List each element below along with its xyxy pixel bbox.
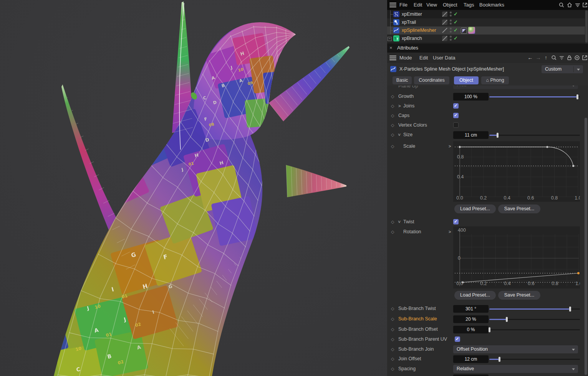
menu-tags[interactable]: Tags xyxy=(464,2,474,8)
keyframe-diamond-icon[interactable]: ◇ xyxy=(391,144,394,149)
layer-toggle[interactable] xyxy=(442,20,447,25)
spacing-dropdown[interactable]: Relative xyxy=(453,365,578,373)
layer-toggle[interactable] xyxy=(442,36,447,41)
back-arrow-icon[interactable]: ← xyxy=(527,54,533,61)
filter-icon[interactable] xyxy=(575,2,581,8)
menu-bookmarks[interactable]: Bookmarks xyxy=(479,2,504,8)
tab-phong[interactable]: ⌂ Phong xyxy=(481,76,509,84)
visibility-dots[interactable] xyxy=(450,12,452,17)
hamburger-menu-icon[interactable] xyxy=(389,3,396,7)
attributes-scrollbar[interactable] xyxy=(584,117,588,376)
popout-icon[interactable] xyxy=(581,54,588,61)
expand-collapse-icon[interactable]: − xyxy=(388,37,392,41)
tab-basic[interactable]: Basic xyxy=(393,76,412,84)
layer-toggle[interactable] xyxy=(442,12,447,17)
growth-value[interactable]: 100 % xyxy=(453,93,489,101)
visibility-dots[interactable] xyxy=(450,36,452,41)
enabled-check-icon[interactable]: ✓ xyxy=(454,19,458,25)
expand-chevron-icon[interactable]: > xyxy=(398,104,401,108)
sub-branch-twist-value[interactable]: 301 ° xyxy=(453,305,489,313)
keyframe-diamond-icon[interactable]: ◇ xyxy=(391,219,394,224)
keyframe-diamond-icon[interactable]: ◇ xyxy=(391,94,394,99)
menu-object[interactable]: Object xyxy=(443,2,457,8)
save-preset-button[interactable]: Save Preset... xyxy=(498,291,540,300)
keyframe-diamond-icon[interactable]: ◇ xyxy=(391,317,394,322)
collapse-chevron-icon[interactable]: > xyxy=(397,134,402,136)
menu-user-data[interactable]: User Data xyxy=(433,55,455,61)
join-offset-value[interactable]: 12 cm xyxy=(453,355,489,363)
filter-icon[interactable] xyxy=(558,54,565,61)
growth-slider[interactable] xyxy=(489,94,580,99)
vertex-colors-checkbox[interactable] xyxy=(453,122,459,128)
keyframe-diamond-icon[interactable]: ◇ xyxy=(391,366,394,371)
collapse-chevron-icon[interactable]: > xyxy=(397,221,402,223)
menu-mode[interactable]: Mode xyxy=(399,55,412,61)
layer-toggle[interactable] xyxy=(442,28,447,33)
size-slider[interactable] xyxy=(489,132,580,138)
keyframe-diamond-icon[interactable]: ◇ xyxy=(391,113,394,118)
param-vertex-colors: ◇ Vertex Colors xyxy=(387,121,588,130)
keyframe-diamond-icon[interactable]: ◇ xyxy=(391,337,394,342)
expand-chevron-icon[interactable]: > xyxy=(449,229,451,234)
sub-branch-scale-slider[interactable] xyxy=(489,317,580,322)
keyframe-diamond-icon[interactable]: ◇ xyxy=(391,229,394,234)
tab-object[interactable]: Object xyxy=(454,76,479,84)
scale-curve-graph[interactable]: 0.80.40.00.20.40.60.81.0 xyxy=(453,141,580,202)
object-row-xpsplinemesher[interactable]: xpSplineMesher ✓ xyxy=(387,26,585,35)
object-row-xpbranch[interactable]: − xpBranch ✓ xyxy=(387,35,585,43)
material-tag-icon[interactable] xyxy=(468,27,475,34)
tab-coordinates[interactable]: Coordinates xyxy=(414,76,449,84)
object-row-xpemitter[interactable]: xpEmitter ✓ xyxy=(387,10,585,18)
search-icon[interactable] xyxy=(551,54,557,61)
object-row-xptrail[interactable]: xpTrail ✓ xyxy=(387,18,585,26)
target-icon[interactable] xyxy=(574,54,580,61)
rotation-curve-graph[interactable]: 40000.00.20.40.60.81.0 xyxy=(453,226,580,289)
keyframe-diamond-icon[interactable]: ◇ xyxy=(391,327,394,332)
param-plane-up[interactable]: Plane Up Free xyxy=(387,86,588,91)
save-preset-button[interactable]: Save Preset... xyxy=(498,204,540,213)
sub-branch-join-dropdown[interactable]: Offset Position xyxy=(453,345,578,353)
load-preset-button[interactable]: Load Preset... xyxy=(454,204,496,213)
size-value[interactable]: 11 cm xyxy=(453,131,489,139)
lock-icon[interactable] xyxy=(566,54,573,61)
keyframe-diamond-icon[interactable]: ◇ xyxy=(391,132,394,137)
visibility-dots[interactable] xyxy=(450,28,452,33)
sub-branch-twist-slider[interactable] xyxy=(489,306,580,312)
object-manager-scrollbar[interactable] xyxy=(585,10,588,44)
load-preset-button[interactable]: Load Preset... xyxy=(454,291,496,300)
keyframe-diamond-icon[interactable]: ◇ xyxy=(391,306,394,311)
search-icon[interactable] xyxy=(558,2,565,8)
caps-checkbox[interactable] xyxy=(453,113,459,118)
preset-dropdown[interactable]: Custom xyxy=(542,65,583,73)
sub-branch-scale-value[interactable]: 20 % xyxy=(453,315,489,323)
display-tag-icon[interactable] xyxy=(461,28,467,34)
enabled-check-icon[interactable]: ✓ xyxy=(454,11,458,17)
popout-icon[interactable] xyxy=(582,2,588,8)
expand-chevron-icon[interactable]: > xyxy=(449,144,451,148)
hamburger-menu-icon[interactable] xyxy=(389,56,396,60)
menu-edit[interactable]: Edit xyxy=(414,2,422,8)
menu-view[interactable]: View xyxy=(426,2,437,8)
join-offset-slider[interactable] xyxy=(489,356,580,362)
viewport-3d[interactable]: GFHGI01IJ02A01B02AC10J10ABCDFHHJ0108HJ10… xyxy=(0,0,387,376)
home-icon[interactable] xyxy=(566,2,573,8)
sub-branch-offset-value[interactable]: 0 % xyxy=(453,326,489,333)
menu-edit[interactable]: Edit xyxy=(419,55,428,61)
menu-file[interactable]: File xyxy=(399,2,407,8)
visibility-dots[interactable] xyxy=(450,20,452,25)
twist-checkbox[interactable] xyxy=(453,219,459,224)
up-arrow-icon[interactable]: ↑ xyxy=(543,54,549,61)
sub-branch-parent-uv-checkbox[interactable] xyxy=(455,336,460,342)
sub-branch-offset-slider[interactable] xyxy=(489,327,580,332)
keyframe-diamond-icon[interactable]: ◇ xyxy=(391,347,394,352)
close-icon[interactable]: × xyxy=(389,45,393,51)
svg-text:0.6: 0.6 xyxy=(528,281,534,286)
keyframe-diamond-icon[interactable]: ◇ xyxy=(391,356,394,361)
forward-arrow-icon[interactable]: → xyxy=(535,54,542,61)
joins-checkbox[interactable] xyxy=(453,103,459,109)
enabled-check-icon[interactable]: ✓ xyxy=(454,35,458,41)
keyframe-diamond-icon[interactable]: ◇ xyxy=(391,104,394,109)
keyframe-diamond-icon[interactable]: ◇ xyxy=(391,123,394,128)
object-type-icon xyxy=(390,66,396,72)
enabled-check-icon[interactable]: ✓ xyxy=(454,27,458,33)
